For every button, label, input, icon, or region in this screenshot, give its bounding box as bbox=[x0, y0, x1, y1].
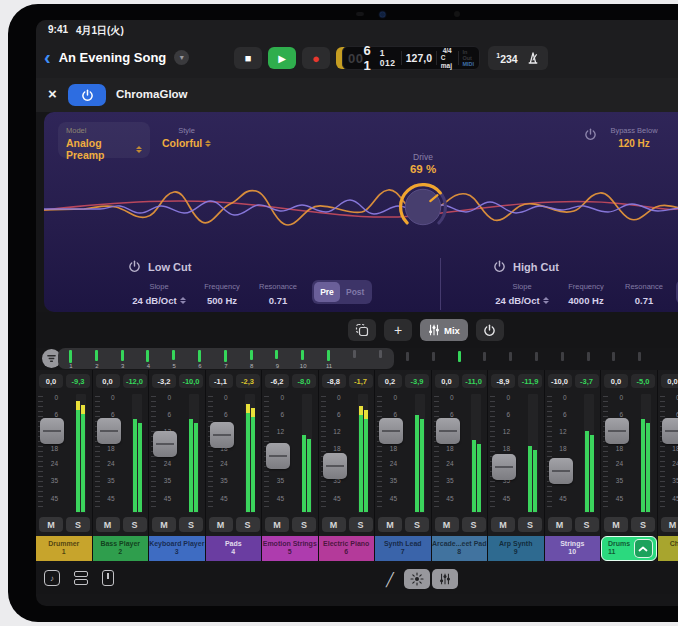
fader-handle[interactable] bbox=[379, 418, 403, 444]
track-tile[interactable]: Arcade...eet Pad8 bbox=[432, 536, 488, 561]
fader-handle[interactable] bbox=[266, 443, 290, 469]
pencil-icon[interactable]: ╱ bbox=[386, 572, 394, 587]
fader-handle[interactable] bbox=[323, 453, 347, 479]
connector-button[interactable] bbox=[102, 570, 114, 586]
plugins-button[interactable] bbox=[74, 571, 88, 585]
fader-handle[interactable] bbox=[492, 454, 516, 480]
record-button[interactable]: ● bbox=[302, 47, 330, 69]
volume-value[interactable]: -10,0 bbox=[548, 374, 572, 388]
fader-handle[interactable] bbox=[549, 458, 573, 484]
browser-button[interactable]: ♪ bbox=[44, 570, 60, 586]
level-control[interactable]: Level 0.0 bbox=[666, 126, 678, 149]
song-title[interactable]: An Evening Song bbox=[59, 50, 167, 65]
mix-button[interactable]: Mix bbox=[420, 319, 468, 341]
count-in-button[interactable]: 1234 bbox=[496, 52, 517, 65]
post-button[interactable]: Post bbox=[340, 282, 370, 302]
high-cut-resonance[interactable]: Resonance 0.71 bbox=[618, 282, 670, 306]
mute-button[interactable]: M bbox=[39, 517, 63, 532]
add-button[interactable]: + bbox=[384, 319, 412, 341]
fader-handle[interactable] bbox=[153, 431, 177, 457]
style-selector[interactable]: Style Colorful bbox=[162, 126, 211, 149]
visible-range-highlight[interactable]: 1234567891011 bbox=[58, 348, 394, 369]
duplicate-button[interactable] bbox=[348, 319, 376, 341]
volume-value[interactable]: -1,1 bbox=[209, 374, 233, 388]
high-cut-power-icon[interactable] bbox=[493, 260, 506, 273]
volume-value[interactable]: 0,0 bbox=[604, 374, 628, 388]
chromaglow-toggle-button[interactable] bbox=[404, 569, 430, 589]
high-cut-slope[interactable]: Slope 24 dB/Oct bbox=[491, 282, 553, 306]
volume-value[interactable]: 0,0 bbox=[39, 374, 63, 388]
bypass-below-control[interactable]: Bypass Below 120 Hz bbox=[606, 126, 662, 149]
solo-button[interactable]: S bbox=[66, 517, 90, 532]
volume-value[interactable]: -3,2 bbox=[152, 374, 176, 388]
track-tile[interactable]: Electric Piano6 bbox=[319, 536, 375, 561]
solo-button[interactable]: S bbox=[236, 517, 260, 532]
solo-button[interactable]: S bbox=[179, 517, 203, 532]
mute-button[interactable]: M bbox=[152, 517, 176, 532]
mute-button[interactable]: M bbox=[96, 517, 120, 532]
volume-value[interactable]: -8,8 bbox=[322, 374, 346, 388]
fader-handle[interactable] bbox=[436, 418, 460, 444]
high-cut-frequency[interactable]: Frequency 4000 Hz bbox=[558, 282, 614, 306]
mute-button[interactable]: M bbox=[661, 517, 678, 532]
low-cut-resonance[interactable]: Resonance 0.71 bbox=[252, 282, 304, 306]
solo-button[interactable]: S bbox=[575, 517, 599, 532]
mixer-toggle-button[interactable] bbox=[432, 569, 458, 589]
track-tile[interactable]: Keyboard Player3 bbox=[149, 536, 205, 561]
bypass-power-icon[interactable] bbox=[584, 128, 597, 141]
low-cut-power-icon[interactable] bbox=[128, 260, 141, 273]
volume-value[interactable]: 0,0 bbox=[435, 374, 459, 388]
metronome-icon[interactable] bbox=[526, 51, 540, 65]
solo-button[interactable]: S bbox=[349, 517, 373, 532]
volume-value[interactable]: 0,2 bbox=[378, 374, 402, 388]
mute-button[interactable]: M bbox=[548, 517, 572, 532]
solo-button[interactable]: S bbox=[123, 517, 147, 532]
track-tile[interactable]: Drums11 bbox=[601, 536, 657, 561]
mute-button[interactable]: M bbox=[491, 517, 515, 532]
track-tile[interactable]: Chorus V bbox=[658, 536, 678, 561]
drive-knob[interactable] bbox=[395, 179, 451, 235]
low-cut-slope[interactable]: Slope 24 dB/Oct bbox=[128, 282, 190, 306]
meter-bar-left bbox=[472, 440, 476, 512]
fader-handle[interactable] bbox=[210, 422, 234, 448]
mute-button[interactable]: M bbox=[378, 517, 402, 532]
track-tile[interactable]: Synth Lead7 bbox=[375, 536, 431, 561]
track-tile[interactable]: Strings10 bbox=[545, 536, 601, 561]
volume-value[interactable]: -8,9 bbox=[491, 374, 515, 388]
mixer-power-button[interactable] bbox=[476, 319, 504, 341]
track-tile[interactable]: Emotion Strings5 bbox=[262, 536, 318, 561]
mute-button[interactable]: M bbox=[435, 517, 459, 532]
pre-button[interactable]: Pre bbox=[314, 282, 340, 302]
volume-value[interactable]: -6,2 bbox=[265, 374, 289, 388]
fader-handle[interactable] bbox=[605, 418, 629, 444]
solo-button[interactable]: S bbox=[462, 517, 486, 532]
low-cut-frequency[interactable]: Frequency 500 Hz bbox=[196, 282, 248, 306]
solo-button[interactable]: S bbox=[292, 517, 316, 532]
close-icon[interactable]: × bbox=[48, 85, 57, 102]
track-tile[interactable]: Pads4 bbox=[206, 536, 262, 561]
lcd-display[interactable]: 00 6 1 1 012 127,0 4/4 C maj In Out MIDI bbox=[342, 46, 480, 70]
fader-handle[interactable] bbox=[662, 418, 678, 444]
solo-button[interactable]: S bbox=[405, 517, 429, 532]
fader-handle[interactable] bbox=[40, 418, 64, 444]
fader-handle[interactable] bbox=[97, 418, 121, 444]
mute-button[interactable]: M bbox=[322, 517, 346, 532]
mute-button[interactable]: M bbox=[209, 517, 233, 532]
solo-button[interactable]: S bbox=[518, 517, 542, 532]
back-chevron-icon[interactable]: ‹ bbox=[44, 46, 51, 68]
stop-button[interactable]: ■ bbox=[234, 47, 262, 69]
volume-value[interactable]: 0,0 bbox=[661, 374, 678, 388]
model-selector[interactable]: Model Analog Preamp bbox=[58, 122, 150, 158]
fader-scale-label: 6 bbox=[608, 411, 623, 418]
mute-button[interactable]: M bbox=[604, 517, 628, 532]
volume-value[interactable]: 0,0 bbox=[96, 374, 120, 388]
solo-button[interactable]: S bbox=[631, 517, 655, 532]
play-button[interactable]: ▶ bbox=[268, 47, 296, 69]
track-tile[interactable]: Bass Player2 bbox=[93, 536, 149, 561]
track-tile[interactable]: Drummer1 bbox=[36, 536, 92, 561]
collapse-button[interactable] bbox=[634, 539, 653, 558]
title-dropdown-icon[interactable]: ▾ bbox=[174, 50, 189, 65]
track-tile[interactable]: Arp Synth9 bbox=[488, 536, 544, 561]
plugin-power-button[interactable] bbox=[68, 84, 106, 106]
mute-button[interactable]: M bbox=[265, 517, 289, 532]
